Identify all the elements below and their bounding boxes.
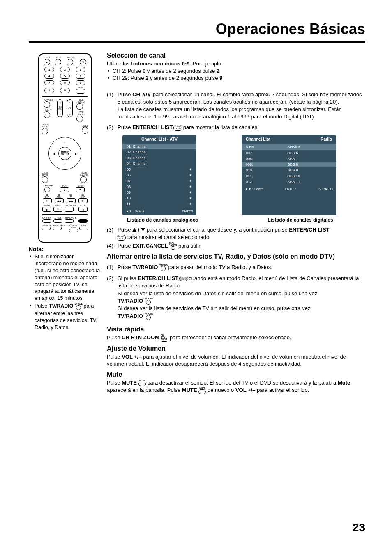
num-9: 9: [76, 80, 85, 85]
mute-para: Pulse MUTE MUTE para desactivar el sonid…: [107, 379, 365, 394]
intro: Utilice los botones numéricos 0-9. Por e…: [107, 60, 365, 67]
num-6: 6: [76, 74, 85, 79]
label-tvradio: TV/RADIO: [44, 99, 53, 101]
playmode-button: [65, 207, 74, 212]
caption-analog: Listado de canales analógicos: [122, 217, 204, 223]
mute-icon: MUTE: [198, 387, 206, 394]
example-2: CH 29: Pulse 2 y antes de 2 segundos pul…: [107, 74, 365, 82]
label-eject: EJECT: [44, 57, 50, 59]
nota-list: Si el sintonizador incorporado no recibe…: [29, 253, 101, 331]
table-row: 02. Channel: [122, 149, 196, 155]
osd-analog-title: Channel List - ATV: [122, 135, 196, 144]
right-column: Selección de canal Utilice los botones n…: [107, 52, 365, 394]
blank-button: [78, 219, 88, 223]
enter-chlist-button: ENTER/ CH LIST: [58, 147, 71, 160]
table-row: 10.✶: [122, 195, 196, 201]
table-row: 07.✶: [122, 178, 196, 184]
label-tvdvd: TV/DVD: [55, 57, 62, 59]
label-exit: EXIT/ CANCEL: [80, 172, 88, 176]
osd-analog-table: 01. Channel 02. Channel 03. Channel 04. …: [122, 144, 196, 207]
subtitle-button: [42, 227, 51, 230]
exit-icon: EXIT/CANCEL: [169, 242, 177, 250]
tvradio-icon: TV/RADIO: [145, 297, 152, 305]
table-row: 011.SBS 10: [242, 173, 336, 179]
num-0: 0: [60, 88, 70, 93]
alt-step-2: (2) Si pulsa ENTER/CH LIST ENTER/CH LIST…: [107, 275, 365, 320]
left-column: EJECT⏏ TV/DVD ATV/DTV ⭘/I 123 45•6 789 i…: [29, 52, 107, 394]
num-1: 1: [44, 67, 54, 72]
heading-seleccion: Selección de canal: [107, 52, 365, 59]
num-4: 4: [44, 74, 54, 79]
osd-digital: Channel List Radio S.NoService 007.SBS 6…: [242, 135, 336, 215]
angle-button: [53, 219, 62, 223]
osd-analog-footer: ▲▼ : Select ENTER: [122, 207, 196, 215]
guide-button: [82, 127, 88, 134]
tvradio-icon: TV/RADIO: [75, 303, 82, 310]
table-row: 05.✶: [122, 167, 196, 172]
step-1: (1) Pulse CH ∧/∨ para seleccionar un can…: [107, 91, 365, 121]
table-row: 008.SBS 7: [242, 156, 336, 162]
digitalmenu-button: [42, 128, 48, 134]
repeat-button: [65, 219, 74, 223]
atvdtv-button: [67, 59, 73, 65]
nota-item-1: Si el sintonizador incorporado no recibe…: [29, 253, 101, 302]
table-row: 08.✶: [122, 184, 196, 190]
label-dvdmenu: DVD MENU: [76, 99, 86, 103]
table-row: 04. Channel: [122, 161, 196, 167]
rev-button: ◀◀: [55, 198, 64, 203]
vol-rocker: +VOL–: [67, 99, 73, 117]
label-return: RETURN: [44, 185, 54, 187]
osd-digital-footer: ▲▼ : Select ENTER TV/RADIO: [242, 185, 336, 193]
alt-step-1: (1) Pulse TV/RADIO TV/RADIO para pasar d…: [107, 264, 365, 271]
mute-icon: MUTE: [138, 379, 146, 387]
remote-illustration: EJECT⏏ TV/DVD ATV/DTV ⭘/I 123 45•6 789 i…: [38, 53, 92, 243]
table-row: 010.SBS 9: [242, 167, 336, 173]
osd-analog: Channel List - ATV 01. Channel 02. Chann…: [122, 135, 196, 215]
heading-alternar: Alternar entre la lista de servicios TV,…: [107, 253, 365, 260]
heading-mute: Mute: [107, 371, 365, 378]
num-8: 8: [60, 80, 70, 85]
info-button: i: [44, 88, 54, 93]
table-row: 009.SBS 8: [242, 162, 336, 167]
step-2: (2) Pulse ENTER/CH LIST ENTER/CH LIST pa…: [107, 124, 365, 132]
enter-icon: ENTER/CH LIST: [180, 275, 187, 282]
nav-down: ▼: [62, 161, 68, 168]
num-3: 3: [76, 67, 85, 72]
osd-captions: Listado de canales analógicos Listado de…: [122, 217, 365, 223]
num-7: 7: [44, 80, 54, 85]
nav-left: ◀: [51, 150, 57, 157]
topmenu-button: [76, 116, 83, 122]
nota-heading: Nota:: [29, 246, 101, 252]
columns: EJECT⏏ TV/DVD ATV/DTV ⭘/I 123 45•6 789 i…: [29, 52, 365, 394]
ff-button: ▶▶: [67, 198, 76, 203]
up-icon: [132, 228, 136, 232]
step-3: (3) Pulse / para seleccionar el canal qu…: [107, 226, 365, 241]
tvdvd-button: [55, 59, 61, 65]
table-row: 03. Channel: [122, 155, 196, 161]
example-list: CH 2: Pulse 0 y antes de 2 segundos puls…: [107, 67, 365, 82]
nav-up: ▲: [62, 139, 68, 146]
table-row: 01. Channel: [122, 144, 196, 149]
audio-button: [53, 227, 62, 230]
ch-down-icon: ∨: [147, 91, 153, 97]
volumen-para: Pulse VOL +/– para ajustar el nivel de v…: [107, 353, 365, 368]
menu-button: [42, 176, 48, 183]
vista-para: Pulse CH RTN ZOOM CH RTNZOOM para retroc…: [107, 334, 365, 342]
chrtn-button: [69, 229, 78, 232]
table-row: 06.✶: [122, 172, 196, 178]
nota-item-2: Pulse TV/RADIO TV/RADIO para alternar en…: [29, 303, 101, 331]
tvradio-button: [44, 101, 50, 108]
example-1: CH 2: Pulse 0 y antes de 2 segundos puls…: [107, 67, 365, 75]
label-input: INPUT: [44, 109, 53, 111]
pause-button: II: [53, 207, 62, 212]
page: Operaciones Básicas EJECT⏏ TV/DVD ATV/DT…: [0, 0, 392, 549]
tvradio-icon: TV/RADIO: [145, 313, 152, 320]
table-row: 012.SBS 11: [242, 179, 336, 185]
enter-icon: ENTER/CH LIST: [174, 124, 182, 132]
eject-button: ⏏: [44, 59, 50, 65]
osd-row: Channel List - ATV 01. Channel 02. Chann…: [122, 135, 365, 215]
chrtn-icon: CH RTNZOOM: [161, 334, 168, 342]
table-row: 11.✶: [122, 201, 196, 207]
dvdmenu-button: [76, 103, 83, 110]
skip-next-button: ⏭: [78, 198, 88, 203]
